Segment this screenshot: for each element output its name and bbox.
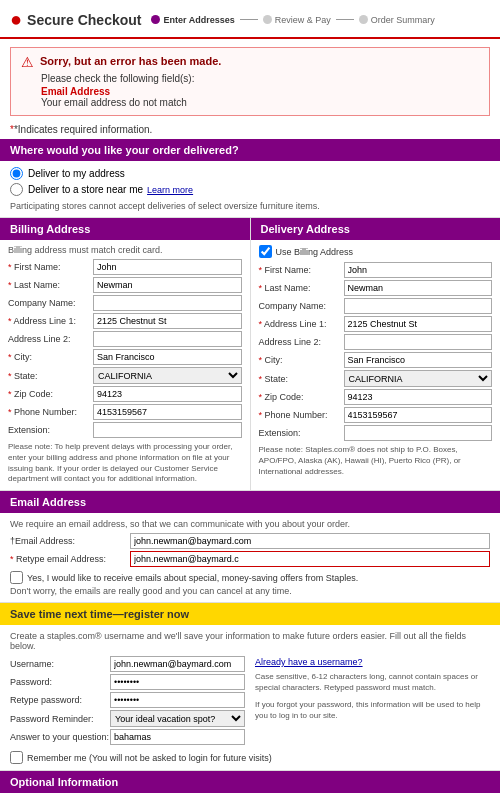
error-title: Sorry, but an error has been made. [40, 55, 221, 67]
delivery-address2-row: Address Line 2: [259, 334, 493, 350]
step-2-label: Review & Pay [275, 15, 331, 25]
step-3-label: Order Summary [371, 15, 435, 25]
optional-section-header: Optional Information [0, 770, 500, 793]
billing-ext-input[interactable] [93, 422, 242, 438]
delivery-section-header: Where would you like your order delivere… [0, 139, 500, 161]
use-billing-row: Use Billing Address [259, 245, 493, 258]
password-input[interactable] [110, 674, 245, 690]
answer-input[interactable] [110, 729, 245, 745]
username-row: Username: [10, 656, 245, 672]
delivery-phone-row: * Phone Number: [259, 407, 493, 423]
delivery-last-name-input[interactable] [344, 280, 493, 296]
reminder-label: Password Reminder: [10, 714, 110, 724]
billing-address2-row: Address Line 2: [8, 331, 242, 347]
deliver-to-store-radio[interactable] [10, 183, 23, 196]
billing-state-select[interactable]: CALIFORNIA [93, 367, 242, 384]
username-input[interactable] [110, 656, 245, 672]
error-field-message: Your email address do not match [41, 97, 479, 108]
delivery-state-label: * State: [259, 374, 344, 384]
email-retype-row: * Retype email Address: [10, 551, 490, 567]
billing-city-input[interactable] [93, 349, 242, 365]
delivery-first-name-row: * First Name: [259, 262, 493, 278]
warning-icon: ⚠ [21, 55, 34, 69]
delivery-phone-label: * Phone Number: [259, 410, 344, 420]
email-section: We require an email address, so that we … [0, 513, 500, 602]
delivery-city-row: * City: [259, 352, 493, 368]
step-circle-1 [151, 15, 160, 24]
billing-phone-input[interactable] [93, 404, 242, 420]
error-box: ⚠ Sorry, but an error has been made. Ple… [10, 47, 490, 116]
billing-address1-input[interactable] [93, 313, 242, 329]
billing-address1-label: * Address Line 1: [8, 316, 93, 326]
learn-more-link[interactable]: Learn more [147, 185, 193, 195]
delivery-options: Deliver to my address Deliver to a store… [0, 161, 500, 201]
billing-phone-row: * Phone Number: [8, 404, 242, 420]
delivery-address2-input[interactable] [344, 334, 493, 350]
delivery-state-row: * State: CALIFORNIA [259, 370, 493, 387]
delivery-first-name-input[interactable] [344, 262, 493, 278]
email-retype-input[interactable] [130, 551, 490, 567]
email-offers-checkbox[interactable] [10, 571, 23, 584]
delivery-section-addr-header: Delivery Address [251, 218, 501, 240]
retype-pw-input[interactable] [110, 692, 245, 708]
delivery-company-row: Company Name: [259, 298, 493, 314]
billing-match-note: Billing address must match credit card. [8, 245, 242, 255]
billing-company-input[interactable] [93, 295, 242, 311]
delivery-address1-input[interactable] [344, 316, 493, 332]
delivery-address-col: Delivery Address Use Billing Address * F… [251, 218, 501, 490]
delivery-zip-input[interactable] [344, 389, 493, 405]
delivery-address1-row: * Address Line 1: [259, 316, 493, 332]
save-time-header: Save time next time—register now [0, 602, 500, 625]
password-label: Password: [10, 677, 110, 687]
error-check-label: Please check the following field(s): [41, 73, 479, 84]
email-checkbox-label: Yes, I would like to receive emails abou… [27, 573, 358, 583]
billing-state-row: * State: CALIFORNIA [8, 367, 242, 384]
delivery-option-1: Deliver to my address [10, 167, 490, 180]
delivery-state-select[interactable]: CALIFORNIA [344, 370, 493, 387]
step-line-1 [240, 19, 258, 20]
save-time-right: Already have a username? Case sensitive,… [255, 656, 490, 747]
reminder-select[interactable]: Your ideal vacation spot? [110, 710, 245, 727]
email-address-input[interactable] [130, 533, 490, 549]
email-address-label: †Email Address: [10, 536, 130, 546]
delivery-last-name-row: * Last Name: [259, 280, 493, 296]
save-time-cols: Username: Password: Retype password: Pas… [10, 656, 490, 747]
billing-city-row: * City: [8, 349, 242, 365]
delivery-phone-input[interactable] [344, 407, 493, 423]
password-row: Password: [10, 674, 245, 690]
delivery-city-input[interactable] [344, 352, 493, 368]
email-section-header: Email Address [0, 490, 500, 513]
save-time-left: Username: Password: Retype password: Pas… [10, 656, 245, 747]
billing-first-name-row: * First Name: [8, 259, 242, 275]
remember-me-checkbox[interactable] [10, 751, 23, 764]
use-billing-checkbox[interactable] [259, 245, 272, 258]
billing-phone-label: * Phone Number: [8, 407, 93, 417]
delivery-ext-label: Extension: [259, 428, 344, 438]
delivery-zip-row: * Zip Code: [259, 389, 493, 405]
delivery-first-name-label: * First Name: [259, 265, 344, 275]
answer-row: Answer to your question: [10, 729, 245, 745]
header: ● Secure Checkout Enter Addresses Review… [0, 0, 500, 39]
billing-zip-input[interactable] [93, 386, 242, 402]
delivery-company-input[interactable] [344, 298, 493, 314]
page-title: Secure Checkout [27, 12, 141, 28]
email-checkbox-row: Yes, I would like to receive emails abou… [10, 571, 490, 584]
error-field-name: Email Address [41, 86, 479, 97]
remember-me-row: Remember me (You will not be asked to lo… [10, 751, 490, 764]
delivery-ext-input[interactable] [344, 425, 493, 441]
staples-logo: ● [10, 8, 22, 31]
retype-pw-label: Retype password: [10, 695, 110, 705]
billing-first-name-input[interactable] [93, 259, 242, 275]
billing-address-col: Billing Address Billing address must mat… [0, 218, 251, 490]
delivery-note: Participating stores cannot accept deliv… [0, 201, 500, 217]
email-dont-worry: Don't worry, the emails are really good … [10, 586, 490, 596]
retype-pw-row: Retype password: [10, 692, 245, 708]
billing-address1-row: * Address Line 1: [8, 313, 242, 329]
delivery-ext-row: Extension: [259, 425, 493, 441]
billing-last-name-input[interactable] [93, 277, 242, 293]
billing-address2-input[interactable] [93, 331, 242, 347]
checkout-steps: Enter Addresses Review & Pay Order Summa… [151, 15, 434, 25]
billing-zip-label: * Zip Code: [8, 389, 93, 399]
already-have-username-link[interactable]: Already have a username? [255, 656, 490, 668]
deliver-to-address-radio[interactable] [10, 167, 23, 180]
